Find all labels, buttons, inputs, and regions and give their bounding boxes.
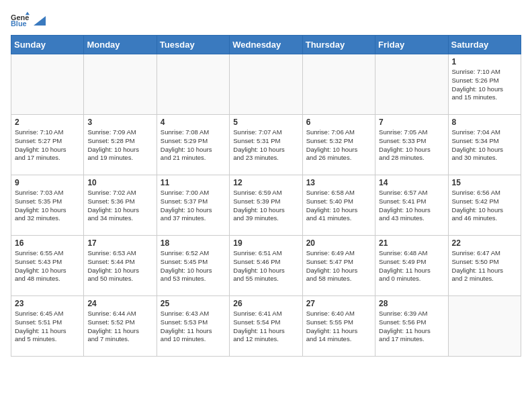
svg-marker-3 (34, 16, 46, 26)
calendar-day-cell: 7Sunrise: 7:05 AM Sunset: 5:33 PM Daylig… (375, 115, 448, 175)
calendar-week-row: 9Sunrise: 7:03 AM Sunset: 5:35 PM Daylig… (11, 175, 521, 236)
logo: General Blue (11, 11, 46, 30)
calendar-day-cell: 24Sunrise: 6:44 AM Sunset: 5:52 PM Dayli… (84, 296, 157, 357)
day-info: Sunrise: 7:08 AM Sunset: 5:29 PM Dayligh… (161, 128, 226, 163)
day-info: Sunrise: 7:05 AM Sunset: 5:33 PM Dayligh… (379, 128, 444, 163)
day-number: 4 (161, 118, 226, 127)
calendar-day-cell: 23Sunrise: 6:45 AM Sunset: 5:51 PM Dayli… (11, 296, 84, 357)
calendar-day-cell: 18Sunrise: 6:52 AM Sunset: 5:45 PM Dayli… (157, 236, 229, 296)
day-info: Sunrise: 6:59 AM Sunset: 5:39 PM Dayligh… (233, 189, 298, 223)
calendar-day-cell (230, 54, 302, 115)
calendar-day-cell: 15Sunrise: 6:56 AM Sunset: 5:42 PM Dayli… (448, 175, 521, 236)
calendar-day-cell (157, 54, 229, 115)
calendar-day-cell: 2Sunrise: 7:10 AM Sunset: 5:27 PM Daylig… (11, 115, 84, 175)
calendar-day-cell: 21Sunrise: 6:48 AM Sunset: 5:49 PM Dayli… (375, 236, 448, 296)
weekday-header-monday: Monday (84, 36, 157, 54)
day-info: Sunrise: 7:09 AM Sunset: 5:28 PM Dayligh… (87, 128, 152, 163)
calendar-day-cell: 9Sunrise: 7:03 AM Sunset: 5:35 PM Daylig… (11, 175, 84, 236)
calendar-day-cell: 4Sunrise: 7:08 AM Sunset: 5:29 PM Daylig… (157, 115, 229, 175)
day-info: Sunrise: 7:00 AM Sunset: 5:37 PM Dayligh… (161, 189, 226, 223)
day-info: Sunrise: 6:43 AM Sunset: 5:53 PM Dayligh… (161, 310, 226, 344)
weekday-header-row: SundayMondayTuesdayWednesdayThursdayFrid… (11, 36, 521, 54)
day-info: Sunrise: 6:40 AM Sunset: 5:55 PM Dayligh… (306, 310, 371, 344)
day-number: 10 (87, 178, 152, 187)
day-number: 5 (233, 118, 298, 127)
weekday-header-friday: Friday (375, 36, 448, 54)
calendar-day-cell: 22Sunrise: 6:47 AM Sunset: 5:50 PM Dayli… (448, 236, 521, 296)
calendar-day-cell: 8Sunrise: 7:04 AM Sunset: 5:34 PM Daylig… (448, 115, 521, 175)
calendar-day-cell: 28Sunrise: 6:39 AM Sunset: 5:56 PM Dayli… (375, 296, 448, 357)
calendar-week-row: 2Sunrise: 7:10 AM Sunset: 5:27 PM Daylig… (11, 115, 521, 175)
calendar-day-cell: 1Sunrise: 7:10 AM Sunset: 5:26 PM Daylig… (448, 54, 521, 115)
day-number: 2 (15, 118, 80, 127)
day-info: Sunrise: 6:52 AM Sunset: 5:45 PM Dayligh… (161, 249, 226, 283)
weekday-header-saturday: Saturday (448, 36, 521, 54)
day-info: Sunrise: 6:57 AM Sunset: 5:41 PM Dayligh… (379, 189, 444, 223)
calendar-table: SundayMondayTuesdayWednesdayThursdayFrid… (11, 35, 521, 357)
calendar-day-cell: 5Sunrise: 7:07 AM Sunset: 5:31 PM Daylig… (230, 115, 302, 175)
calendar-day-cell (302, 54, 375, 115)
day-number: 9 (15, 178, 80, 187)
day-info: Sunrise: 6:47 AM Sunset: 5:50 PM Dayligh… (452, 249, 517, 283)
day-number: 13 (306, 178, 371, 187)
day-info: Sunrise: 6:53 AM Sunset: 5:44 PM Dayligh… (87, 249, 152, 283)
day-number: 16 (15, 238, 80, 248)
day-number: 15 (452, 178, 517, 187)
calendar-day-cell: 26Sunrise: 6:41 AM Sunset: 5:54 PM Dayli… (230, 296, 302, 357)
page-header: General Blue (11, 11, 521, 30)
day-info: Sunrise: 6:51 AM Sunset: 5:46 PM Dayligh… (233, 249, 298, 283)
day-info: Sunrise: 6:39 AM Sunset: 5:56 PM Dayligh… (379, 310, 444, 344)
day-info: Sunrise: 6:55 AM Sunset: 5:43 PM Dayligh… (15, 249, 80, 283)
day-info: Sunrise: 7:10 AM Sunset: 5:26 PM Dayligh… (452, 68, 517, 102)
day-info: Sunrise: 7:06 AM Sunset: 5:32 PM Dayligh… (306, 128, 371, 163)
day-info: Sunrise: 6:49 AM Sunset: 5:47 PM Dayligh… (306, 249, 371, 283)
day-number: 21 (379, 238, 444, 248)
calendar-day-cell: 19Sunrise: 6:51 AM Sunset: 5:46 PM Dayli… (230, 236, 302, 296)
day-info: Sunrise: 6:56 AM Sunset: 5:42 PM Dayligh… (452, 189, 517, 223)
day-number: 25 (161, 299, 226, 308)
day-info: Sunrise: 6:44 AM Sunset: 5:52 PM Dayligh… (87, 310, 152, 344)
logo-triangle-icon (34, 16, 46, 26)
calendar-day-cell: 20Sunrise: 6:49 AM Sunset: 5:47 PM Dayli… (302, 236, 375, 296)
day-number: 22 (452, 238, 517, 248)
calendar-week-row: 23Sunrise: 6:45 AM Sunset: 5:51 PM Dayli… (11, 296, 521, 357)
calendar-day-cell (448, 296, 521, 357)
day-number: 24 (87, 299, 152, 308)
day-number: 8 (452, 118, 517, 127)
day-number: 11 (161, 178, 226, 187)
day-number: 1 (452, 57, 517, 66)
day-info: Sunrise: 7:02 AM Sunset: 5:36 PM Dayligh… (87, 189, 152, 223)
weekday-header-wednesday: Wednesday (230, 36, 302, 54)
day-number: 28 (379, 299, 444, 308)
calendar-day-cell: 25Sunrise: 6:43 AM Sunset: 5:53 PM Dayli… (157, 296, 229, 357)
day-number: 7 (379, 118, 444, 127)
day-info: Sunrise: 6:58 AM Sunset: 5:40 PM Dayligh… (306, 189, 371, 223)
calendar-day-cell: 3Sunrise: 7:09 AM Sunset: 5:28 PM Daylig… (84, 115, 157, 175)
day-number: 18 (161, 238, 226, 248)
day-number: 19 (233, 238, 298, 248)
calendar-day-cell (11, 54, 84, 115)
day-number: 3 (87, 118, 152, 127)
day-number: 20 (306, 238, 371, 248)
weekday-header-tuesday: Tuesday (157, 36, 229, 54)
weekday-header-thursday: Thursday (302, 36, 375, 54)
svg-text:Blue: Blue (11, 19, 27, 28)
day-number: 27 (306, 299, 371, 308)
day-info: Sunrise: 7:04 AM Sunset: 5:34 PM Dayligh… (452, 128, 517, 163)
day-info: Sunrise: 7:10 AM Sunset: 5:27 PM Dayligh… (15, 128, 80, 163)
day-info: Sunrise: 6:45 AM Sunset: 5:51 PM Dayligh… (15, 310, 80, 344)
day-info: Sunrise: 6:48 AM Sunset: 5:49 PM Dayligh… (379, 249, 444, 283)
day-number: 14 (379, 178, 444, 187)
calendar-day-cell: 17Sunrise: 6:53 AM Sunset: 5:44 PM Dayli… (84, 236, 157, 296)
calendar-day-cell: 11Sunrise: 7:00 AM Sunset: 5:37 PM Dayli… (157, 175, 229, 236)
calendar-day-cell: 6Sunrise: 7:06 AM Sunset: 5:32 PM Daylig… (302, 115, 375, 175)
weekday-header-sunday: Sunday (11, 36, 84, 54)
day-info: Sunrise: 7:07 AM Sunset: 5:31 PM Dayligh… (233, 128, 298, 163)
day-info: Sunrise: 7:03 AM Sunset: 5:35 PM Dayligh… (15, 189, 80, 223)
calendar-day-cell: 27Sunrise: 6:40 AM Sunset: 5:55 PM Dayli… (302, 296, 375, 357)
calendar-day-cell (375, 54, 448, 115)
day-number: 17 (87, 238, 152, 248)
day-info: Sunrise: 6:41 AM Sunset: 5:54 PM Dayligh… (233, 310, 298, 344)
day-number: 23 (15, 299, 80, 308)
day-number: 12 (233, 178, 298, 187)
